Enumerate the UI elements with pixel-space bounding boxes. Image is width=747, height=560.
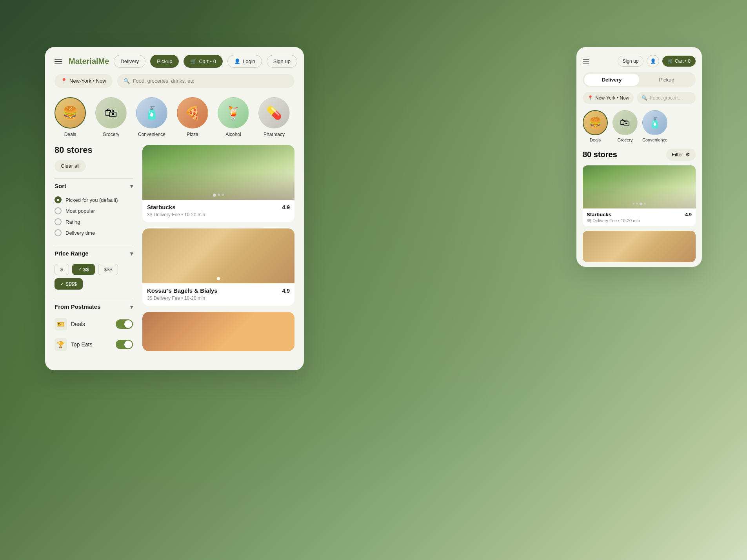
price-three-button[interactable]: $$$ — [98, 264, 118, 275]
dot-2 — [636, 203, 638, 205]
login-button[interactable]: 👤 Login — [227, 55, 262, 68]
radio-popular — [55, 207, 62, 214]
secondary-cat-grocery-label: Grocery — [617, 138, 632, 142]
price-four-button[interactable]: $$$$ — [55, 278, 83, 290]
secondary-search-bar[interactable]: 🔍 Food, groceri... — [637, 92, 696, 104]
store-cards: Starbucks 4.9 3$ Delivery Fee • 10-20 mi… — [142, 145, 294, 361]
price-range-header[interactable]: Price Range ▾ — [55, 246, 133, 261]
secondary-cat-grocery-circle: 🛍 — [613, 110, 638, 135]
radio-default — [55, 196, 62, 203]
secondary-cat-deals[interactable]: 🍔 Deals — [583, 110, 608, 142]
category-pizza[interactable]: 🍕 Pizza — [177, 97, 208, 137]
stores-count: 80 stores — [55, 145, 133, 155]
secondary-card: Sign up 👤 🛒 Cart • 0 Delivery Pickup 📍 N… — [576, 47, 702, 267]
category-grocery[interactable]: 🛍 Grocery — [95, 97, 127, 137]
pickup-button[interactable]: Pickup — [150, 55, 179, 68]
secondary-stores-count: 80 stores — [583, 150, 617, 159]
delivery-button[interactable]: Delivery — [114, 55, 145, 68]
secondary-bagels-card[interactable] — [583, 231, 696, 262]
deals-emoji: 🍔 — [62, 107, 78, 119]
sort-option-popular[interactable]: Most popular — [55, 207, 133, 214]
category-alcohol-circle: 🍹 — [218, 97, 249, 129]
secondary-categories: 🍔 Deals 🛍 Grocery 🧴 Convenience — [576, 109, 702, 149]
toggle-deals: 🎫 Deals — [55, 314, 133, 334]
sort-chevron-icon: ▾ — [130, 183, 133, 189]
deals-toggle-switch[interactable] — [116, 319, 133, 329]
secondary-account-button[interactable]: 👤 — [647, 55, 659, 67]
top-eats-toggle-icon: 🏆 — [55, 338, 67, 351]
dot-4 — [644, 203, 646, 205]
price-range-section: Price Range ▾ $ $$ $$$ $$$$ — [55, 246, 133, 293]
dot-3 — [222, 194, 224, 196]
secondary-cat-convenience[interactable]: 🧴 Convenience — [642, 110, 667, 142]
from-postmates-section: From Postmates ▾ 🎫 Deals 🏆 Top Eats — [55, 299, 133, 355]
category-pharmacy-label: Pharmacy — [264, 132, 285, 137]
secondary-cat-deals-circle: 🍔 — [583, 110, 608, 135]
search-bar[interactable]: 🔍 Food, groceries, drinks, etc — [117, 74, 294, 88]
kossars-info: Kossar's Bagels & Bialys 4.9 — [142, 283, 294, 295]
search-icon: 🔍 — [124, 78, 130, 84]
signup-button[interactable]: Sign up — [267, 55, 297, 68]
filter-icon: ⚙ — [685, 152, 690, 158]
location-selector[interactable]: 📍 New-York • Now — [55, 74, 113, 88]
secondary-delivery-tabs: Delivery Pickup — [583, 72, 696, 87]
dot-2 — [218, 194, 220, 196]
store-card-third[interactable] — [142, 312, 294, 351]
radio-delivery-time — [55, 229, 62, 236]
deals-toggle-label: Deals — [71, 321, 112, 327]
location-pin-icon: 📍 — [61, 78, 67, 84]
deals-emoji: 🍔 — [589, 117, 602, 129]
from-postmates-header[interactable]: From Postmates ▾ — [55, 299, 133, 314]
convenience-emoji: 🧴 — [649, 117, 661, 129]
kossars-meta: 3$ Delivery Fee • 10-20 min — [142, 295, 294, 306]
secondary-cart-button[interactable]: 🛒 Cart • 0 — [662, 56, 696, 67]
grocery-emoji: 🛍 — [105, 107, 117, 119]
category-pharmacy-circle: 💊 — [258, 97, 290, 129]
sort-options: Picked for you (default) Most popular Ra… — [55, 193, 133, 239]
price-two-button[interactable]: $$ — [72, 264, 95, 275]
deals-toggle-icon: 🎫 — [55, 318, 67, 330]
starbucks-info: Starbucks 4.9 — [142, 200, 294, 212]
toggle-top-eats: 🏆 Top Eats — [55, 334, 133, 355]
sort-option-rating[interactable]: Rating — [55, 218, 133, 225]
secondary-cat-grocery[interactable]: 🛍 Grocery — [613, 110, 638, 142]
cart-button[interactable]: 🛒 Cart • 0 — [184, 55, 223, 68]
secondary-header: Sign up 👤 🛒 Cart • 0 — [576, 47, 702, 72]
top-eats-toggle-switch[interactable] — [116, 340, 133, 349]
main-content: 80 stores Clear all Sort ▾ Picked for yo… — [45, 145, 304, 370]
secondary-delivery-tab[interactable]: Delivery — [584, 74, 639, 86]
secondary-signup-button[interactable]: Sign up — [618, 56, 644, 67]
starbucks-rating: 4.9 — [282, 204, 290, 210]
sort-option-default[interactable]: Picked for you (default) — [55, 196, 133, 203]
category-grocery-label: Grocery — [103, 132, 120, 137]
dot-1 — [213, 194, 216, 197]
filter-button[interactable]: Filter ⚙ — [666, 149, 696, 161]
account-icon: 👤 — [234, 58, 240, 64]
sidebar: 80 stores Clear all Sort ▾ Picked for yo… — [55, 145, 133, 361]
grocery-emoji: 🛍 — [620, 117, 630, 129]
secondary-pickup-tab[interactable]: Pickup — [639, 74, 694, 86]
secondary-starbucks-card[interactable]: Starbucks 4.9 3$ Delivery Fee • 10-20 mi… — [583, 165, 696, 226]
store-card-starbucks[interactable]: Starbucks 4.9 3$ Delivery Fee • 10-20 mi… — [142, 145, 294, 222]
main-card: MaterialMe Delivery Pickup 🛒 Cart • 0 👤 … — [45, 47, 304, 370]
category-pharmacy[interactable]: 💊 Pharmacy — [258, 97, 290, 137]
secondary-location-row: 📍 New-York • Now 🔍 Food, groceri... — [576, 92, 702, 109]
category-deals[interactable]: 🍔 Deals — [55, 97, 86, 137]
sort-option-delivery-time[interactable]: Delivery time — [55, 229, 133, 236]
hamburger-menu-icon[interactable] — [55, 59, 62, 64]
kossars-rating: 4.9 — [282, 288, 290, 294]
kossars-name: Kossar's Bagels & Bialys — [147, 287, 218, 294]
secondary-location-selector[interactable]: 📍 New-York • Now — [583, 92, 634, 104]
secondary-cat-convenience-circle: 🧴 — [642, 110, 667, 135]
category-convenience[interactable]: 🧴 Convenience — [136, 97, 167, 137]
store-card-kossars[interactable]: Kossar's Bagels & Bialys 4.9 3$ Delivery… — [142, 228, 294, 306]
price-one-button[interactable]: $ — [55, 264, 69, 275]
dot-1 — [632, 203, 634, 205]
radio-rating — [55, 218, 62, 225]
secondary-hamburger-icon[interactable] — [583, 59, 589, 63]
clear-all-button[interactable]: Clear all — [55, 160, 86, 172]
secondary-carousel-dots — [632, 203, 646, 205]
category-alcohol[interactable]: 🍹 Alcohol — [218, 97, 249, 137]
cart-icon: 🛒 — [667, 58, 673, 64]
sort-header[interactable]: Sort ▾ — [55, 178, 133, 193]
